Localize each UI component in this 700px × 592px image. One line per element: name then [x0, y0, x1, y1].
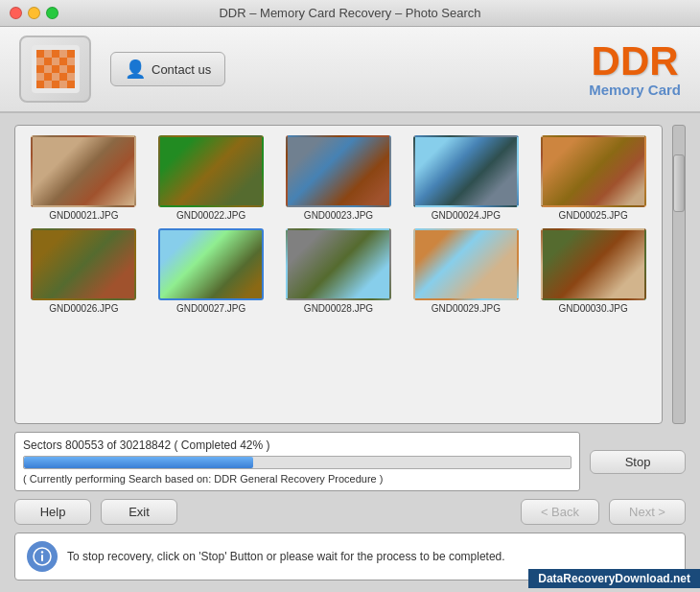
photo-item[interactable]: GND00030.JPG	[534, 228, 652, 314]
svg-rect-1	[36, 50, 44, 58]
nav-left-buttons: Help Exit	[14, 499, 177, 525]
contact-button[interactable]: 👤 Contact us	[110, 52, 225, 86]
brand-name: DDR	[589, 41, 681, 82]
svg-rect-25	[67, 81, 75, 88]
svg-rect-4	[59, 50, 67, 58]
photo-item[interactable]: GND00022.JPG	[152, 135, 270, 221]
minimize-button[interactable]	[28, 7, 40, 19]
contact-icon: 👤	[125, 59, 146, 80]
close-button[interactable]	[10, 7, 22, 19]
photo-filename: GND00030.JPG	[558, 303, 627, 314]
svg-rect-14	[59, 65, 67, 73]
progress-section: Sectors 800553 of 30218842 ( Completed 4…	[14, 432, 686, 491]
svg-rect-2	[44, 50, 52, 58]
svg-rect-13	[52, 65, 59, 73]
photo-thumbnail[interactable]	[286, 135, 391, 207]
photo-item[interactable]: GND00027.JPG	[152, 228, 270, 314]
brand-subtitle: Memory Card	[589, 82, 681, 98]
photo-thumbnail[interactable]	[413, 135, 519, 207]
svg-rect-18	[52, 73, 59, 81]
contact-label: Contact us	[152, 62, 211, 77]
navigation-bar: Help Exit < Back Next >	[14, 499, 686, 525]
photo-item[interactable]: GND00026.JPG	[25, 228, 143, 314]
photo-grid-container: GND00021.JPGGND00022.JPGGND00023.JPGGND0…	[14, 125, 663, 424]
photo-filename: GND00022.JPG	[176, 210, 245, 221]
progress-bar-background	[23, 456, 572, 469]
photo-item[interactable]: GND00023.JPG	[280, 135, 398, 221]
svg-rect-20	[67, 73, 75, 81]
photo-grid: GND00021.JPGGND00022.JPGGND00023.JPGGND0…	[25, 135, 652, 314]
svg-rect-17	[44, 73, 52, 81]
progress-sector-text: Sectors 800553 of 30218842 ( Completed 4…	[23, 438, 572, 452]
photo-section: GND00021.JPGGND00022.JPGGND00023.JPGGND0…	[14, 125, 686, 424]
progress-bar-fill	[24, 457, 253, 468]
photo-item[interactable]: GND00029.JPG	[407, 228, 525, 314]
svg-rect-15	[67, 65, 75, 73]
header: 👤 Contact us DDR Memory Card	[0, 27, 700, 113]
photo-filename: GND00029.JPG	[432, 303, 501, 314]
svg-rect-19	[59, 73, 67, 81]
info-icon	[27, 541, 58, 572]
photo-thumbnail[interactable]	[31, 135, 136, 207]
svg-rect-23	[52, 81, 59, 88]
progress-box: Sectors 800553 of 30218842 ( Completed 4…	[14, 432, 580, 491]
svg-rect-9	[59, 58, 67, 65]
photo-filename: GND00027.JPG	[176, 303, 245, 314]
photo-filename: GND00028.JPG	[304, 303, 373, 314]
svg-rect-24	[59, 81, 67, 88]
maximize-button[interactable]	[46, 7, 58, 19]
photo-item[interactable]: GND00028.JPG	[280, 228, 398, 314]
photo-thumbnail[interactable]	[158, 228, 264, 300]
photo-item[interactable]: GND00024.JPG	[407, 135, 525, 221]
progress-status-text: ( Currently performing Search based on: …	[23, 473, 572, 485]
stop-button[interactable]: Stop	[590, 450, 686, 474]
svg-rect-5	[67, 50, 75, 58]
scrollbar-thumb[interactable]	[673, 154, 685, 212]
photo-thumbnail[interactable]	[541, 135, 646, 207]
svg-rect-7	[44, 58, 52, 65]
logo-box	[19, 36, 91, 103]
svg-rect-6	[36, 58, 44, 65]
photo-filename: GND00021.JPG	[49, 210, 118, 221]
nav-right-buttons: < Back Next >	[521, 499, 686, 525]
title-bar: DDR – Memory Card Recovery – Photo Searc…	[0, 0, 700, 27]
info-message: To stop recovery, click on 'Stop' Button…	[67, 550, 505, 563]
next-button[interactable]: Next >	[609, 499, 686, 525]
photo-filename: GND00026.JPG	[49, 303, 118, 314]
svg-rect-3	[52, 50, 59, 58]
brand-section: DDR Memory Card	[589, 41, 681, 98]
svg-point-28	[41, 551, 43, 553]
svg-rect-10	[67, 58, 75, 65]
photo-filename: GND00025.JPG	[558, 210, 627, 221]
photo-item[interactable]: GND00021.JPG	[25, 135, 143, 221]
photo-item[interactable]: GND00025.JPG	[534, 135, 652, 221]
app-logo-icon	[32, 45, 80, 93]
main-content: GND00021.JPGGND00022.JPGGND00023.JPGGND0…	[0, 113, 700, 592]
watermark: DataRecoveryDownload.net	[528, 569, 700, 588]
svg-rect-22	[44, 81, 52, 88]
svg-rect-8	[52, 58, 59, 65]
svg-rect-11	[36, 65, 44, 73]
photo-thumbnail[interactable]	[286, 228, 391, 300]
help-button[interactable]: Help	[14, 499, 91, 525]
photo-thumbnail[interactable]	[158, 135, 264, 207]
window-controls	[10, 7, 58, 19]
photo-thumbnail[interactable]	[541, 228, 646, 300]
photo-filename: GND00024.JPG	[432, 210, 501, 221]
window-title: DDR – Memory Card Recovery – Photo Searc…	[219, 6, 480, 20]
svg-rect-27	[41, 555, 43, 561]
photo-filename: GND00023.JPG	[304, 210, 373, 221]
exit-button[interactable]: Exit	[101, 499, 177, 525]
svg-rect-16	[36, 73, 44, 81]
photo-thumbnail[interactable]	[413, 228, 519, 300]
back-button[interactable]: < Back	[521, 499, 599, 525]
svg-rect-12	[44, 65, 52, 73]
photo-thumbnail[interactable]	[31, 228, 136, 300]
svg-rect-21	[36, 81, 44, 88]
scrollbar[interactable]	[672, 125, 686, 424]
